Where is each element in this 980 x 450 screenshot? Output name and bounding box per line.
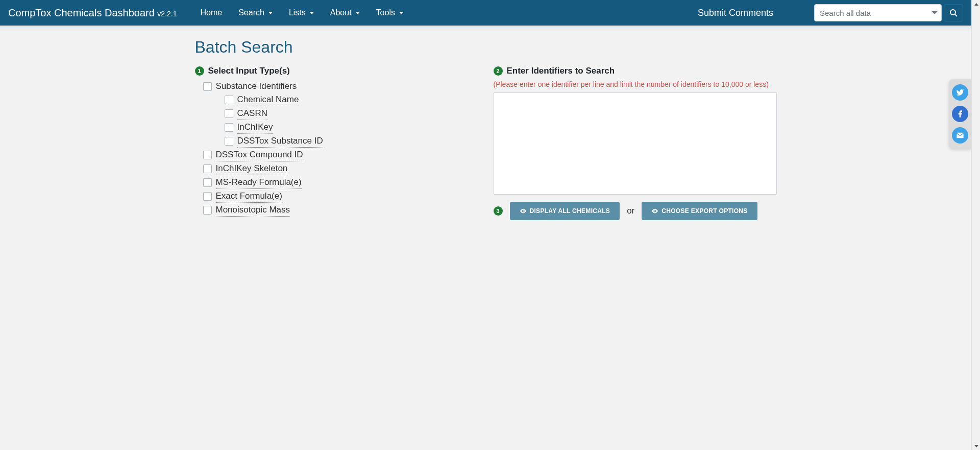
cb-chemical-name[interactable]	[225, 96, 233, 104]
step-1-badge: 1	[195, 66, 204, 76]
step-1-label: Select Input Type(s)	[208, 66, 290, 76]
cb-casrn[interactable]	[225, 109, 233, 118]
nav-about[interactable]: About	[322, 4, 368, 21]
brand-title: CompTox Chemicals Dashboard	[8, 7, 155, 18]
cb-dsstox-substance-id-label[interactable]: DSSTox Substance ID	[237, 135, 323, 148]
global-search	[814, 4, 963, 21]
choose-export-options-button[interactable]: CHOOSE EXPORT OPTIONS	[642, 202, 757, 220]
cb-chemical-name-row: Chemical Name	[225, 93, 478, 106]
cb-exact-formula[interactable]	[203, 192, 212, 201]
display-btn-label: DISPLAY ALL CHEMICALS	[530, 207, 610, 215]
search-input-wrap[interactable]	[814, 4, 942, 21]
caret-down-icon	[310, 12, 314, 14]
cb-ms-ready-formula[interactable]	[203, 178, 212, 187]
cb-dsstox-compound-id[interactable]	[203, 151, 212, 159]
cb-substance-identifiers-row: Substance Identifiers	[203, 80, 478, 92]
search-icon	[949, 9, 958, 17]
cb-inchikey[interactable]	[225, 123, 233, 132]
cb-inchikey-skeleton-label[interactable]: InChIKey Skeleton	[216, 162, 288, 175]
cb-inchikey-row: InChIKey	[225, 121, 478, 134]
scroll-down-arrow[interactable]	[972, 441, 980, 450]
cb-monoisotopic-mass-row: Monoisotopic Mass	[203, 204, 478, 217]
cb-inchikey-skeleton-row: InChIKey Skeleton	[203, 162, 478, 175]
main-container: Batch Search 1 Select Input Type(s) Subs…	[195, 32, 777, 220]
cb-monoisotopic-mass-label[interactable]: Monoisotopic Mass	[216, 204, 290, 217]
facebook-button[interactable]	[952, 106, 968, 122]
search-button[interactable]	[944, 4, 963, 21]
nav-search-label: Search	[238, 8, 264, 17]
cb-ms-ready-formula-row: MS-Ready Formula(e)	[203, 176, 478, 189]
cb-exact-formula-label[interactable]: Exact Formula(e)	[216, 190, 282, 203]
eye-icon	[520, 207, 527, 215]
envelope-icon	[956, 131, 964, 139]
svg-point-0	[950, 10, 955, 15]
identifiers-hint: (Please enter one identifier per line an…	[494, 80, 777, 88]
cb-chemical-name-label[interactable]: Chemical Name	[237, 93, 299, 106]
checkbox-list: Substance Identifiers Chemical Name CASR…	[203, 80, 478, 217]
display-all-chemicals-button[interactable]: DISPLAY ALL CHEMICALS	[510, 202, 620, 220]
cb-casrn-label[interactable]: CASRN	[237, 107, 268, 120]
cb-exact-formula-row: Exact Formula(e)	[203, 190, 478, 203]
cb-ms-ready-formula-label[interactable]: MS-Ready Formula(e)	[216, 176, 302, 189]
vertical-scrollbar[interactable]	[971, 0, 980, 450]
nav-tools[interactable]: Tools	[368, 4, 411, 21]
social-float	[949, 79, 971, 149]
chevron-down-icon[interactable]	[931, 9, 938, 16]
eye-icon	[651, 207, 658, 215]
cb-dsstox-compound-id-label[interactable]: DSSTox Compound ID	[216, 149, 303, 161]
cb-monoisotopic-mass[interactable]	[203, 206, 212, 215]
cb-casrn-row: CASRN	[225, 107, 478, 120]
svg-point-3	[654, 210, 656, 212]
identifiers-column: 2 Enter Identifiers to Search (Please en…	[494, 66, 777, 220]
cb-dsstox-substance-id[interactable]	[225, 137, 233, 146]
step-1-heading: 1 Select Input Type(s)	[195, 66, 478, 76]
step-2-badge: 2	[494, 66, 503, 76]
export-btn-label: CHOOSE EXPORT OPTIONS	[662, 207, 747, 215]
cb-dsstox-compound-id-row: DSSTox Compound ID	[203, 149, 478, 161]
step-2-heading: 2 Enter Identifiers to Search	[494, 66, 777, 76]
nav-home[interactable]: Home	[192, 4, 231, 21]
nav-about-label: About	[330, 8, 352, 17]
nav-lists-label: Lists	[289, 8, 306, 17]
cb-inchikey-label[interactable]: InChIKey	[237, 121, 273, 134]
svg-line-1	[955, 14, 957, 16]
caret-down-icon	[399, 12, 403, 14]
identifiers-textarea[interactable]	[494, 92, 777, 195]
cb-substance-identifiers[interactable]	[203, 82, 212, 91]
svg-point-2	[522, 210, 524, 212]
step-2-label: Enter Identifiers to Search	[507, 66, 615, 76]
nav-lists[interactable]: Lists	[281, 4, 322, 21]
facebook-icon	[956, 110, 964, 118]
brand-version: v2.2.1	[157, 10, 177, 18]
nav-links: Home Search Lists About Tools	[192, 4, 411, 21]
nav-search[interactable]: Search	[230, 4, 281, 21]
nav-home-label: Home	[201, 8, 223, 17]
scroll-track[interactable]	[972, 9, 980, 441]
submit-comments-link[interactable]: Submit Comments	[688, 4, 783, 22]
action-row: 3 DISPLAY ALL CHEMICALS or	[494, 202, 777, 220]
caret-down-icon	[356, 12, 360, 14]
or-text: or	[627, 206, 634, 216]
scroll-up-arrow[interactable]	[972, 0, 980, 9]
cb-inchikey-skeleton[interactable]	[203, 164, 212, 173]
nav-tools-label: Tools	[376, 8, 395, 17]
nav-shadow	[0, 26, 971, 32]
search-input[interactable]	[820, 9, 927, 17]
input-types-column: 1 Select Input Type(s) Substance Identif…	[195, 66, 478, 220]
cb-substance-identifiers-label[interactable]: Substance Identifiers	[216, 80, 297, 92]
page-title: Batch Search	[195, 38, 777, 57]
email-button[interactable]	[952, 127, 968, 144]
step-3-badge: 3	[494, 206, 503, 216]
caret-down-icon	[268, 12, 273, 14]
top-navbar: CompTox Chemicals Dashboard v2.2.1 Home …	[0, 0, 971, 26]
cb-dsstox-substance-id-row: DSSTox Substance ID	[225, 135, 478, 148]
twitter-icon	[956, 88, 964, 97]
brand-link[interactable]: CompTox Chemicals Dashboard v2.2.1	[8, 7, 177, 19]
twitter-button[interactable]	[952, 84, 968, 101]
